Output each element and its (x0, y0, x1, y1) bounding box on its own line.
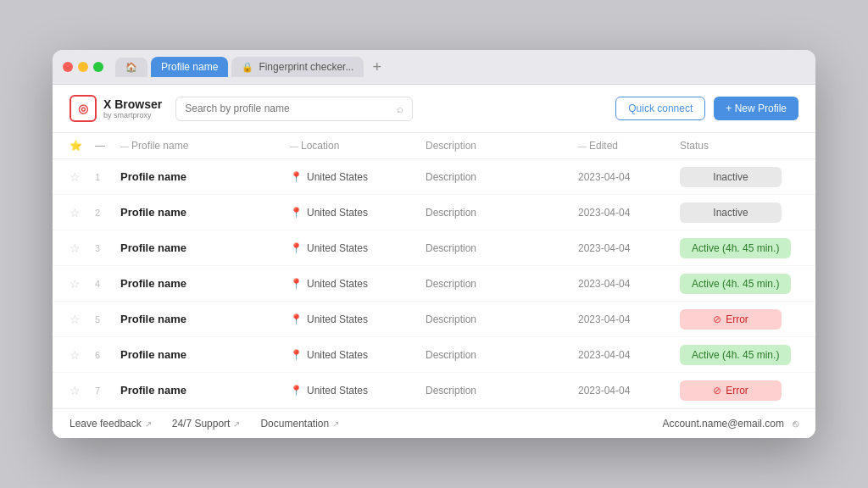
row-star[interactable]: ☆ (70, 384, 95, 397)
tab-profile[interactable]: Profile name (151, 57, 228, 77)
status-badge-active: Active (4h. 45 min.) (680, 345, 791, 365)
col-location-header[interactable]: — Location (290, 140, 426, 152)
location-pin-icon: 📍 (290, 207, 303, 219)
row-star[interactable]: ☆ (70, 170, 95, 184)
col-profile-name-label: Profile name (131, 140, 188, 152)
row-description: Description (426, 278, 578, 290)
row-description: Description (426, 171, 578, 183)
location-pin-icon: 📍 (290, 349, 303, 361)
row-location: 📍 United States (290, 385, 426, 396)
status-badge-inactive: Inactive (680, 202, 782, 223)
row-location: 📍 United States (290, 313, 426, 325)
row-status[interactable]: Inactive (680, 167, 807, 187)
status-badge-active: Active (4h. 45 min.) (680, 274, 791, 294)
logo: ◎ X Browser by smartproxy (70, 95, 162, 122)
support-label: 24/7 Support (172, 418, 231, 430)
row-status[interactable]: Active (4h. 45 min.) (680, 345, 807, 365)
row-date: 2023-04-04 (578, 171, 680, 183)
row-star[interactable]: ☆ (70, 206, 95, 219)
table-row: ☆ 1 Profile name 📍 United States Descrip… (53, 159, 815, 195)
col-location-label: Location (301, 140, 339, 152)
status-badge-error: ⊘ Error (680, 380, 782, 401)
row-number: 6 (95, 350, 120, 360)
docs-link[interactable]: Documentation ↗ (260, 418, 339, 430)
row-date: 2023-04-04 (578, 313, 680, 325)
error-icon: ⊘ (713, 385, 721, 396)
feedback-label: Leave feedback (70, 418, 142, 430)
col-num-header: — (95, 140, 120, 152)
row-star[interactable]: ☆ (70, 277, 95, 291)
tab-home[interactable]: 🏠 (115, 58, 147, 77)
app-content: ◎ X Browser by smartproxy ⌕ Quick connec… (53, 85, 815, 438)
account-email: Account.name@email.com (662, 418, 784, 430)
search-bar: ⌕ (175, 97, 413, 121)
search-input[interactable] (185, 103, 392, 114)
status-badge-error: ⊘ Error (680, 309, 782, 330)
logo-sub: by smartproxy (103, 111, 162, 119)
row-number: 2 (95, 208, 120, 218)
status-badge-active: Active (4h. 45 min.) (680, 238, 791, 258)
row-profile-name[interactable]: Profile name (120, 206, 290, 219)
row-number: 7 (95, 385, 120, 396)
maximize-button[interactable] (93, 62, 103, 72)
header-actions: Quick connect + New Profile (615, 97, 798, 120)
row-date: 2023-04-04 (578, 207, 680, 219)
status-badge-inactive: Inactive (680, 167, 782, 187)
row-profile-name[interactable]: Profile name (120, 241, 290, 254)
location-pin-icon: 📍 (290, 242, 303, 254)
close-button[interactable] (63, 62, 73, 72)
row-status[interactable]: Active (4h. 45 min.) (680, 274, 807, 294)
feedback-link[interactable]: Leave feedback ↗ (70, 418, 152, 430)
logo-icon: ◎ (70, 95, 97, 122)
docs-label: Documentation (260, 418, 329, 430)
external-link-icon: ↗ (145, 419, 152, 429)
browser-tabs: 🏠 Profile name 🔒 Fingerprint checker... … (115, 57, 387, 77)
row-description: Description (426, 313, 578, 325)
row-star[interactable]: ☆ (70, 348, 95, 362)
minimize-button[interactable] (78, 62, 88, 72)
row-status[interactable]: Active (4h. 45 min.) (680, 238, 807, 258)
row-status[interactable]: ⊘ Error (680, 380, 807, 401)
table-row: ☆ 2 Profile name 📍 United States Descrip… (53, 195, 815, 230)
home-icon: 🏠 (125, 62, 137, 73)
profiles-table: ⭐ — — Profile name — Location Descriptio… (53, 133, 815, 408)
row-description: Description (426, 385, 578, 396)
fingerprint-icon: 🔒 (242, 62, 253, 73)
tab-profile-label: Profile name (161, 61, 218, 73)
support-link[interactable]: 24/7 Support ↗ (172, 418, 241, 430)
row-status[interactable]: Inactive (680, 202, 807, 223)
row-star[interactable]: ☆ (70, 313, 95, 326)
logo-name: X Browser (103, 97, 162, 111)
row-profile-name[interactable]: Profile name (120, 277, 290, 290)
traffic-lights (63, 62, 103, 72)
quick-connect-button[interactable]: Quick connect (615, 97, 705, 120)
logo-text: X Browser by smartproxy (103, 97, 162, 119)
tab-add-button[interactable]: + (367, 59, 387, 75)
row-number: 3 (95, 243, 120, 253)
row-number: 1 (95, 172, 120, 182)
row-description: Description (426, 242, 578, 254)
col-profile-name-header[interactable]: — Profile name (120, 140, 290, 152)
row-profile-name[interactable]: Profile name (120, 313, 290, 325)
row-star[interactable]: ☆ (70, 241, 95, 255)
row-profile-name[interactable]: Profile name (120, 384, 290, 396)
tab-fingerprint[interactable]: 🔒 Fingerprint checker... (231, 57, 364, 77)
row-location: 📍 United States (290, 242, 426, 254)
location-pin-icon: 📍 (290, 171, 303, 183)
location-pin-icon: 📍 (290, 313, 303, 325)
col-edited-header[interactable]: — Edited (578, 140, 680, 152)
row-status[interactable]: ⊘ Error (680, 309, 807, 330)
external-link-icon: ↗ (233, 419, 240, 429)
row-profile-name[interactable]: Profile name (120, 170, 290, 183)
row-date: 2023-04-04 (578, 242, 680, 254)
col-star-header: ⭐ (70, 140, 95, 152)
col-status-header: Status (680, 140, 807, 152)
row-profile-name[interactable]: Profile name (120, 348, 290, 361)
search-icon: ⌕ (397, 103, 403, 115)
row-number: 4 (95, 279, 120, 289)
tab-fingerprint-label: Fingerprint checker... (259, 61, 353, 73)
app-header: ◎ X Browser by smartproxy ⌕ Quick connec… (53, 85, 815, 133)
new-profile-button[interactable]: + New Profile (714, 97, 798, 120)
logout-button[interactable]: ⎋ (793, 418, 798, 430)
table-header: ⭐ — — Profile name — Location Descriptio… (53, 133, 815, 159)
